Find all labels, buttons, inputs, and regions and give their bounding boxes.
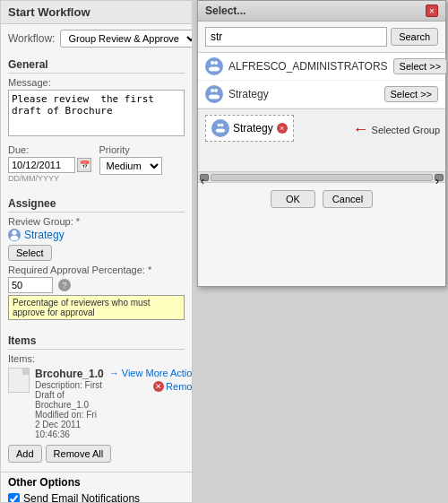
svg-point-9 xyxy=(212,95,220,100)
due-date-input[interactable] xyxy=(8,157,75,173)
date-priority-row: Due: 📅 DD/MM/YYYY Priority Low Medium Hi… xyxy=(8,144,185,183)
approval-tooltip: Percentage of reviewers who must approve… xyxy=(8,295,185,320)
red-arrow-icon: ← xyxy=(353,120,369,139)
select-dialog: Select... × Search ALFRESCO_ADMINISTRATO… xyxy=(197,0,446,287)
date-field: Due: 📅 DD/MM/YYYY xyxy=(8,144,94,183)
scroll-left-btn[interactable]: ‹ xyxy=(200,174,209,181)
view-more-actions-link[interactable]: View More Actions xyxy=(109,368,193,378)
send-email-checkbox[interactable] xyxy=(8,493,20,504)
svg-point-10 xyxy=(218,124,220,126)
add-button[interactable]: Add xyxy=(8,445,42,463)
dialog-results: ALFRESCO_ADMINISTRATORS Select >> Strate… xyxy=(198,53,445,109)
svg-point-1 xyxy=(11,236,19,240)
message-input[interactable]: Please review the first draft of Brochur… xyxy=(8,90,185,136)
date-format: DD/MM/YYYY xyxy=(8,174,94,183)
item-desc: Description: First Draft of Brochure_1.0 xyxy=(35,380,104,410)
help-icon[interactable]: ? xyxy=(58,279,71,291)
workflow-label: Workflow: xyxy=(8,32,55,45)
scrollbar-track[interactable] xyxy=(211,174,433,181)
message-label: Message: xyxy=(8,77,185,88)
group-icon xyxy=(8,229,21,241)
select-result-button-0[interactable]: Select >> xyxy=(393,58,447,74)
priority-field: Priority Low Medium High xyxy=(99,144,185,175)
dialog-search-row: Search xyxy=(198,22,445,53)
svg-point-5 xyxy=(212,67,220,72)
selected-item-icon xyxy=(211,119,229,137)
result-row-1: Strategy Select >> xyxy=(198,81,445,108)
send-email-label: Send Email Notifications xyxy=(23,492,140,503)
dialog-title: Select... xyxy=(205,4,246,17)
select-group-button[interactable]: Select xyxy=(8,245,52,261)
file-icon xyxy=(8,368,30,393)
remove-link[interactable]: ✕ Remove xyxy=(153,381,193,392)
approval-input-row: ? xyxy=(8,277,185,293)
svg-point-6 xyxy=(211,89,214,92)
dialog-titlebar: Select... × xyxy=(198,1,445,22)
remove-all-button[interactable]: Remove All xyxy=(46,445,112,463)
approval-label: Required Approval Percentage: * xyxy=(8,265,185,275)
selected-item-remove-button[interactable]: × xyxy=(277,123,288,134)
dialog-search-button[interactable]: Search xyxy=(391,28,438,46)
other-options-section: Other Options Send Email Notifications S… xyxy=(1,472,192,503)
svg-point-0 xyxy=(12,230,16,235)
scroll-right-btn[interactable]: › xyxy=(435,174,444,181)
remove-x-icon: ✕ xyxy=(153,381,164,392)
calendar-icon[interactable]: 📅 xyxy=(77,158,91,172)
annotation-label: Selected Group xyxy=(372,125,440,135)
result-icon-0 xyxy=(205,57,223,75)
item-row: Brcohure_1.0 Description: First Draft of… xyxy=(8,368,185,439)
items-label: Items: xyxy=(8,353,185,364)
svg-point-3 xyxy=(214,61,218,65)
date-input-row: 📅 xyxy=(8,157,94,173)
items-bottom-buttons: Add Remove All xyxy=(8,445,185,463)
select-result-button-1[interactable]: Select >> xyxy=(384,86,438,102)
review-group-value: Strategy xyxy=(8,229,185,241)
item-modified: Modified on: Fri 2 Dec 2011 10:46:36 xyxy=(35,410,104,439)
dialog-close-button[interactable]: × xyxy=(426,4,438,17)
priority-label: Priority xyxy=(99,144,185,155)
workflow-row: Workflow: Group Review & Approve xyxy=(1,24,192,53)
general-section: General Message: Please review the first… xyxy=(1,53,192,188)
svg-point-13 xyxy=(219,128,225,132)
assignee-header: Assignee xyxy=(8,197,185,212)
annotation: ← Selected Group xyxy=(353,120,440,139)
items-header: Items xyxy=(8,334,185,350)
review-group-label: Review Group: * xyxy=(8,216,185,227)
item-name: Brcohure_1.0 xyxy=(35,368,104,380)
due-label: Due: xyxy=(8,144,94,155)
dialog-cancel-button[interactable]: Cancel xyxy=(323,190,373,208)
result-name-1: Strategy xyxy=(228,88,379,100)
svg-point-2 xyxy=(211,61,214,65)
result-name-0: ALFRESCO_ADMINISTRATORS xyxy=(228,60,388,73)
svg-point-11 xyxy=(220,124,223,126)
general-header: General xyxy=(8,58,185,74)
other-options-header: Other Options xyxy=(8,476,185,489)
scrollbar-area[interactable]: ‹ › xyxy=(198,172,445,183)
selected-item: Strategy × xyxy=(205,115,294,142)
result-icon-1 xyxy=(205,85,223,103)
item-actions: View More Actions ✕ Remove xyxy=(109,368,193,392)
items-section: Items Items: Brcohure_1.0 Description: F… xyxy=(1,329,192,468)
workflow-select[interactable]: Group Review & Approve xyxy=(60,30,193,48)
priority-select[interactable]: Low Medium High xyxy=(99,157,162,175)
approval-input[interactable] xyxy=(8,277,53,293)
selected-item-name: Strategy xyxy=(233,122,273,134)
selected-area: Strategy × ← Selected Group xyxy=(198,109,445,172)
review-group-name: Strategy xyxy=(24,229,65,241)
dialog-footer: OK Cancel xyxy=(198,183,445,215)
result-row-0: ALFRESCO_ADMINISTRATORS Select >> xyxy=(198,53,445,81)
assignee-section: Assignee Review Group: * Strategy Select… xyxy=(1,192,192,325)
dialog-ok-button[interactable]: OK xyxy=(271,190,315,208)
dialog-search-input[interactable] xyxy=(205,27,387,47)
approval-field: Required Approval Percentage: * ? Percen… xyxy=(8,265,185,320)
svg-point-7 xyxy=(214,89,218,92)
item-info: Brcohure_1.0 Description: First Draft of… xyxy=(35,368,104,439)
email-notification-row: Send Email Notifications xyxy=(8,492,185,503)
panel-title: Start Workflow xyxy=(1,1,192,24)
start-workflow-panel: Start Workflow Workflow: Group Review & … xyxy=(0,0,193,503)
